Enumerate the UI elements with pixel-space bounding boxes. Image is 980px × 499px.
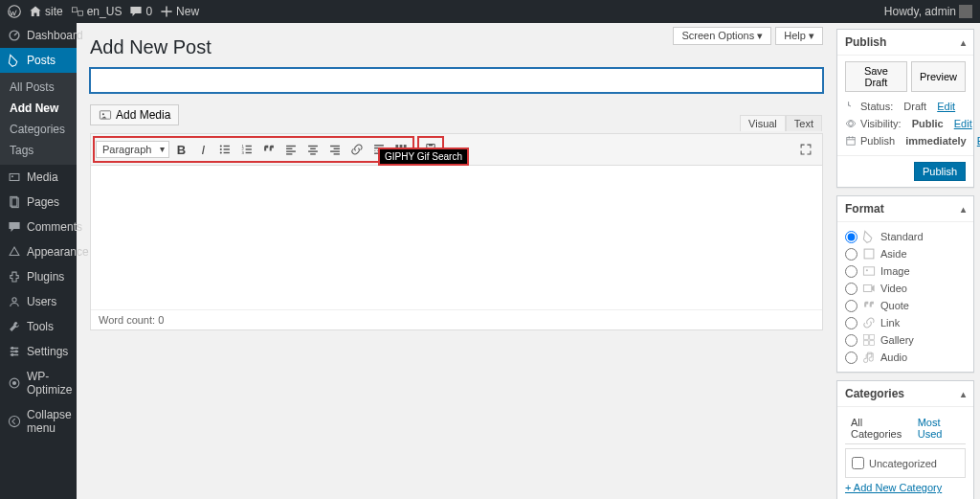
menu-posts[interactable]: Posts [0,48,77,73]
editor-tab-visual[interactable]: Visual [740,115,786,131]
category-uncategorized[interactable]: Uncategorized [852,455,959,471]
menu-tools[interactable]: Tools [0,314,77,339]
format-option-video[interactable]: Video [845,280,966,297]
svg-rect-58 [863,285,871,292]
menu-pages[interactable]: Pages [0,190,77,215]
submenu-add-new[interactable]: Add New [0,98,77,119]
svg-point-21 [220,151,222,153]
svg-rect-4 [10,174,19,181]
preview-button[interactable]: Preview [911,61,966,92]
language-switch[interactable]: en_US [71,5,122,18]
fullscreen-button[interactable] [795,139,816,160]
format-option-quote[interactable]: Quote [845,297,966,314]
menu-comments[interactable]: Comments [0,215,77,239]
svg-rect-55 [864,249,874,259]
toolbar-highlighted-group: Paragraph B I 123 [93,136,414,163]
svg-point-52 [848,104,849,105]
svg-point-13 [12,381,16,385]
categories-box-header[interactable]: Categories▴ [837,381,973,407]
collapse-menu[interactable]: Collapse menu [0,402,77,441]
svg-rect-56 [863,267,874,275]
giphy-tooltip: GIPHY Gif Search [378,147,469,166]
svg-rect-38 [334,148,340,149]
format-option-link[interactable]: Link [845,314,966,331]
main-content: Screen Options ▾ Help ▾ Add New Post Add… [77,23,836,499]
svg-point-19 [220,148,222,150]
submenu-tags[interactable]: Tags [0,140,77,161]
menu-plugins[interactable]: Plugins [0,264,77,289]
svg-point-11 [11,353,14,356]
svg-point-53 [849,122,854,126]
svg-rect-2 [78,11,82,15]
publish-box-header[interactable]: Publish▴ [837,30,973,56]
svg-text:3: 3 [242,150,245,155]
svg-point-9 [11,347,14,350]
editor-tab-text[interactable]: Text [786,115,822,131]
edit-status-link[interactable]: Edit [937,101,955,112]
align-center-button[interactable] [302,139,323,160]
format-select[interactable]: Paragraph [96,141,169,158]
bullet-list-button[interactable] [214,139,235,160]
admin-sidebar: Dashboard Posts All Posts Add New Catego… [0,23,77,499]
editor-status-bar: Word count: 0 [91,309,822,329]
post-title-input[interactable] [90,68,823,93]
format-box-header[interactable]: Format▴ [837,196,973,222]
svg-rect-39 [330,150,340,151]
quote-button[interactable] [258,139,279,160]
format-option-aside[interactable]: Aside [845,245,966,262]
help-tab[interactable]: Help ▾ [775,27,823,45]
format-option-standard[interactable]: Standard [845,228,966,245]
svg-point-16 [102,113,104,115]
wp-logo[interactable] [8,5,21,18]
svg-rect-34 [311,148,317,149]
add-new-category-link[interactable]: + Add New Category [845,482,942,493]
svg-rect-28 [246,152,252,153]
format-option-gallery[interactable]: Gallery [845,331,966,349]
format-option-image[interactable]: Image [845,262,966,280]
svg-rect-40 [334,153,340,154]
svg-rect-30 [286,148,292,149]
add-media-button[interactable]: Add Media [90,104,179,125]
menu-wpoptimize[interactable]: WP-Optimize [0,364,77,402]
howdy-user[interactable]: Howdy, admin [884,5,972,18]
screen-options-tab[interactable]: Screen Options ▾ [673,27,771,45]
svg-rect-35 [308,150,318,151]
save-draft-button[interactable]: Save Draft [845,61,907,92]
submenu-categories[interactable]: Categories [0,119,77,140]
site-link[interactable]: site [29,5,63,18]
svg-rect-61 [863,341,868,346]
svg-rect-18 [224,146,230,147]
comments-count[interactable]: 0 [129,5,152,18]
format-option-audio[interactable]: Audio [845,349,966,366]
menu-users[interactable]: Users [0,289,77,314]
publish-button[interactable]: Publish [914,162,966,181]
menu-dashboard[interactable]: Dashboard [0,23,77,48]
svg-point-57 [866,269,868,271]
svg-rect-24 [246,146,252,147]
new-content[interactable]: New [160,5,199,18]
menu-settings[interactable]: Settings [0,339,77,364]
align-right-button[interactable] [324,139,345,160]
avatar [959,5,972,18]
svg-rect-54 [847,137,855,145]
svg-rect-1 [72,8,77,12]
editor-content[interactable] [91,166,822,309]
link-button[interactable] [346,139,368,160]
cat-tab-all[interactable]: All Categories [845,413,912,443]
svg-point-14 [9,416,19,426]
menu-appearance[interactable]: Appearance [0,239,77,264]
menu-media[interactable]: Media [0,165,77,190]
number-list-button[interactable]: 123 [236,139,257,160]
bold-button[interactable]: B [170,139,191,160]
svg-rect-59 [863,334,868,339]
svg-rect-20 [224,148,230,149]
admin-bar: site en_US 0 New Howdy, admin [0,0,980,23]
submenu-all-posts[interactable]: All Posts [0,77,77,98]
svg-rect-22 [224,152,230,153]
align-left-button[interactable] [280,139,301,160]
edit-visibility-link[interactable]: Edit [954,118,972,129]
svg-rect-29 [286,146,296,147]
svg-point-8 [12,298,16,302]
cat-tab-most[interactable]: Most Used [912,413,966,443]
italic-button[interactable]: I [192,139,213,160]
